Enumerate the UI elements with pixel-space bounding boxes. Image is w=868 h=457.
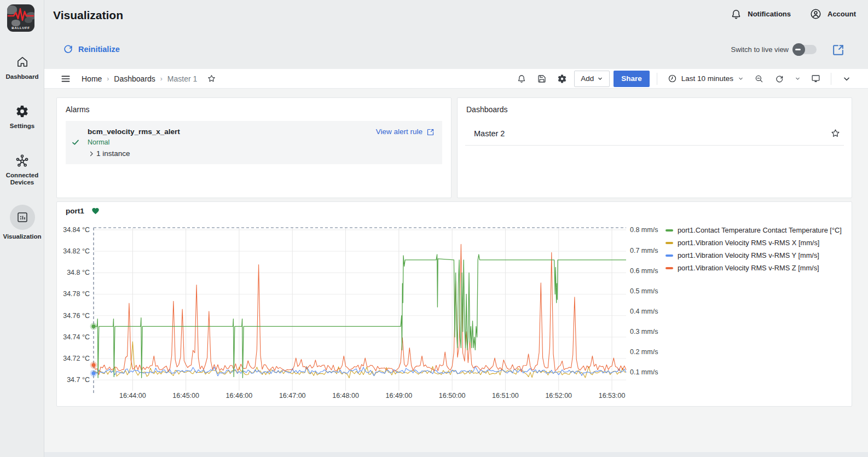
legend-label: port1.Vibration Velocity RMS v-RMS Z [mm… <box>678 264 819 272</box>
port1-timeseries-chart[interactable]: 34.84 °C34.82 °C34.8 °C34.78 °C34.76 °C3… <box>57 217 719 406</box>
time-range-label: Last 10 minutes <box>681 74 733 83</box>
svg-text:0.3 mm/s: 0.3 mm/s <box>630 328 658 335</box>
save-icon <box>537 74 547 84</box>
svg-text:16:48:00: 16:48:00 <box>332 392 359 400</box>
alert-rules-button[interactable] <box>513 71 530 87</box>
port1-panel: port1 34.84 °C34.82 °C34.8 °C34.78 °C34.… <box>56 201 852 407</box>
menu-button[interactable] <box>57 71 74 87</box>
reinitialize-button[interactable]: Reinitialize <box>63 44 120 54</box>
alert-instances-label: 1 instance <box>96 149 130 158</box>
balluff-logo[interactable]: BALLUFF <box>7 4 34 32</box>
gear-icon <box>0 103 44 119</box>
reinitialize-label: Reinitialize <box>78 45 120 54</box>
bell-icon <box>517 74 526 84</box>
zoom-out-icon <box>754 74 764 84</box>
refresh-interval-dropdown[interactable] <box>791 71 803 87</box>
kiosk-mode-button[interactable] <box>807 71 824 87</box>
scrollbar-track[interactable] <box>44 452 868 457</box>
legend-swatch <box>666 267 673 269</box>
svg-text:34.7 °C: 34.7 °C <box>67 376 90 384</box>
breadcrumb-dashboards[interactable]: Dashboards <box>114 74 155 83</box>
bell-icon <box>730 8 742 20</box>
svg-text:34.78 °C: 34.78 °C <box>63 290 90 298</box>
dashboards-panel: Dashboards Master 2 <box>457 97 852 198</box>
notifications-button[interactable]: Notifications <box>730 8 791 20</box>
star-icon <box>830 128 841 138</box>
svg-text:16:47:00: 16:47:00 <box>279 392 306 400</box>
chevron-down-icon <box>738 76 744 82</box>
legend-label: port1.Vibration Velocity RMS v-RMS Y [mm… <box>678 251 819 259</box>
toolbar-divider <box>657 73 657 85</box>
svg-text:0.7 mm/s: 0.7 mm/s <box>630 247 658 254</box>
sidebar-item-label: Connected Devices <box>0 172 44 186</box>
svg-text:0.1 mm/s: 0.1 mm/s <box>630 368 658 376</box>
favorite-dashboard-button[interactable] <box>203 71 219 87</box>
time-range-picker[interactable]: Last 10 minutes <box>664 71 747 87</box>
bar-chart-icon <box>16 209 29 225</box>
live-view-toggle[interactable] <box>794 45 817 54</box>
save-dashboard-button[interactable] <box>534 71 550 87</box>
alert-instances-expander[interactable]: 1 instance <box>88 149 376 158</box>
svg-text:16:53:00: 16:53:00 <box>599 392 626 400</box>
legend-item[interactable]: port1.Vibration Velocity RMS v-RMS Z [mm… <box>666 262 842 274</box>
share-button[interactable]: Share <box>614 71 650 87</box>
toggle-knob <box>792 43 805 56</box>
svg-text:34.82 °C: 34.82 °C <box>63 247 90 255</box>
svg-text:34.76 °C: 34.76 °C <box>63 312 90 320</box>
check-icon <box>71 126 88 158</box>
svg-text:0.4 mm/s: 0.4 mm/s <box>630 308 658 315</box>
view-alert-rule-label: View alert rule <box>376 128 423 136</box>
open-in-new-window-button[interactable] <box>831 43 845 57</box>
gear-icon <box>557 74 567 84</box>
user-icon <box>809 8 822 20</box>
zoom-out-time-button[interactable] <box>751 71 767 87</box>
legend-item[interactable]: port1.Contact Temperature Contact Temper… <box>666 224 842 236</box>
sidebar-item-dashboard[interactable]: Dashboard <box>0 54 44 80</box>
chevron-right-icon <box>88 150 95 158</box>
legend-label: port1.Contact Temperature Contact Temper… <box>678 226 842 234</box>
svg-text:0.5 mm/s: 0.5 mm/s <box>630 287 658 295</box>
svg-text:16:49:00: 16:49:00 <box>386 392 413 400</box>
add-panel-button[interactable]: Add <box>574 71 610 87</box>
brand-label: BALLUFF <box>7 26 34 30</box>
svg-text:34.74 °C: 34.74 °C <box>63 333 90 341</box>
dashboard-settings-button[interactable] <box>554 71 570 87</box>
favorite-button[interactable] <box>830 128 844 138</box>
page-title: Visualization <box>53 9 123 22</box>
add-label: Add <box>581 74 594 83</box>
svg-text:16:52:00: 16:52:00 <box>545 392 572 400</box>
sidebar-item-visualization[interactable]: Visualization <box>0 205 44 240</box>
alert-rule-row: bcm_velocity_rms_x_alert Normal 1 instan… <box>66 121 442 164</box>
breadcrumb: Home › Dashboards › Master 1 <box>82 71 219 87</box>
dashboard-list-item[interactable]: Master 2 <box>465 122 844 146</box>
sidebar-item-connected-devices[interactable]: Connected Devices <box>0 152 44 186</box>
refresh-dashboard-button[interactable] <box>771 71 788 87</box>
home-icon <box>0 54 44 70</box>
svg-text:34.8 °C: 34.8 °C <box>67 269 90 276</box>
alert-name: bcm_velocity_rms_x_alert <box>88 126 376 136</box>
alarms-panel-title: Alarms <box>57 98 451 114</box>
chevron-down-icon <box>842 74 851 83</box>
breadcrumb-home[interactable]: Home <box>82 74 102 83</box>
refresh-icon <box>63 44 73 54</box>
clock-icon <box>668 74 677 83</box>
legend-label: port1.Vibration Velocity RMS v-RMS X [mm… <box>678 239 819 247</box>
svg-text:16:45:00: 16:45:00 <box>172 392 199 400</box>
grafana-toolbar: Home › Dashboards › Master 1 <box>44 69 868 89</box>
breadcrumb-current: Master 1 <box>167 74 197 83</box>
legend-item[interactable]: port1.Vibration Velocity RMS v-RMS Y [mm… <box>666 249 842 262</box>
legend-swatch <box>666 254 673 257</box>
view-alert-rule-link[interactable]: View alert rule <box>376 126 435 158</box>
share-label: Share <box>621 74 642 83</box>
sidebar-item-settings[interactable]: Settings <box>0 103 44 130</box>
sidebar-item-label: Settings <box>0 123 44 130</box>
chart-legend: port1.Contact Temperature Contact Temper… <box>666 224 842 274</box>
alarms-panel: Alarms bcm_velocity_rms_x_alert Normal 1… <box>56 97 452 198</box>
svg-text:0.2 mm/s: 0.2 mm/s <box>630 348 658 356</box>
panel-title[interactable]: port1 <box>66 207 84 215</box>
health-heart-icon <box>91 207 100 215</box>
dashboard-content: Alarms bcm_velocity_rms_x_alert Normal 1… <box>44 89 868 457</box>
account-button[interactable]: Account <box>809 8 856 20</box>
collapse-toolbar-button[interactable] <box>838 71 855 87</box>
legend-item[interactable]: port1.Vibration Velocity RMS v-RMS X [mm… <box>666 236 842 249</box>
